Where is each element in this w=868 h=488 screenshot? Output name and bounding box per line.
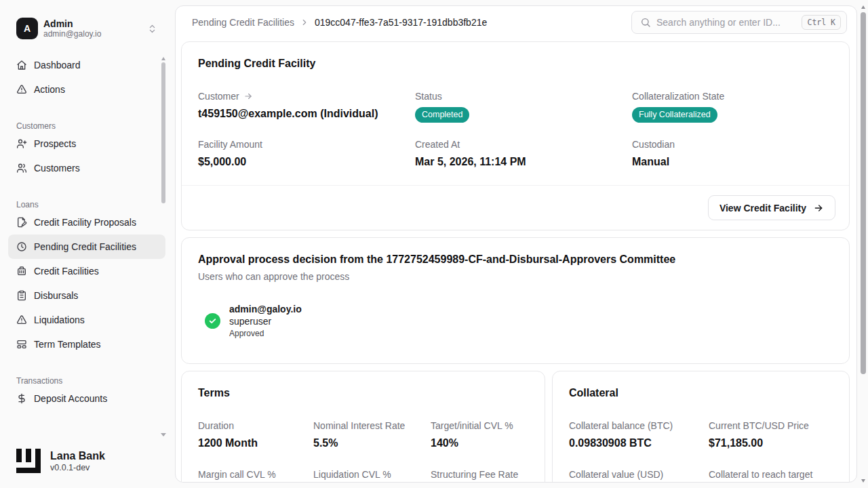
approval-card-subtitle: Users who can approve the process (198, 270, 833, 283)
sidebar-item-label: Credit Facilities (34, 265, 99, 277)
sidebar-item-label: Dashboard (34, 59, 81, 71)
page-scroll-down-arrow[interactable] (861, 479, 865, 483)
sidebar-item-pending-credit-facilities[interactable]: Pending Credit Facilities (8, 235, 165, 259)
sidebar-scroll-down-arrow[interactable] (161, 433, 166, 436)
approval-card-title: Approval process decision from the 17727… (198, 253, 833, 266)
page-scroll-up-arrow[interactable] (861, 5, 865, 9)
field-label: Target/initial CVL % (431, 419, 528, 432)
field-label: Custodian (632, 138, 833, 151)
field-label: Collateral value (USD) (569, 468, 709, 481)
approval-card: Approval process decision from the 17727… (181, 237, 850, 364)
layout-template-icon (16, 339, 27, 350)
file-pen-icon (16, 217, 27, 228)
breadcrumb: Pending Credit Facilities 019cc047-ffe3-… (192, 17, 487, 28)
field-created-at: Created At Mar 5, 2026, 11:14 PM (415, 138, 632, 170)
field-liquidation-cvl: Liquidation CVL % (313, 468, 431, 481)
sidebar-item-label: Disbursals (34, 289, 78, 302)
account-switcher[interactable]: A Admin admin@galoy.io (11, 12, 163, 45)
brand-version: v0.0.1-dev (50, 462, 105, 473)
check-circle-icon (205, 313, 220, 329)
users-icon (16, 163, 27, 174)
field-label: Nominal Interest Rate (313, 419, 431, 432)
clock-icon (16, 241, 27, 252)
alert-triangle-icon (16, 84, 27, 95)
field-label: Collateral to reach target (709, 468, 833, 481)
field-value: 140% (431, 435, 528, 451)
search-shortcut-kbd: Ctrl K (802, 15, 841, 30)
field-label: Margin call CVL % (198, 468, 313, 481)
button-label: View Credit Facility (719, 203, 806, 214)
sidebar-item-credit-facility-proposals[interactable]: Credit Facility Proposals (8, 210, 165, 235)
sidebar-scroll-up-arrow[interactable] (161, 57, 165, 60)
collateral-card: Collateral Collateral balance (BTC) 0.09… (552, 371, 850, 483)
topbar: Pending Credit Facilities 019cc047-ffe3-… (176, 6, 856, 39)
approver-email: admin@galoy.io (229, 303, 302, 315)
field-label: Created At (415, 138, 632, 151)
search-input[interactable] (656, 17, 796, 28)
field-value: 1200 Month (198, 435, 313, 451)
breadcrumb-current: 019cc047-ffe3-7a51-9317-191dbb3fb21e (315, 17, 487, 28)
field-nominal-interest-rate: Nominal Interest Rate 5.5% (313, 419, 431, 451)
collateral-card-title: Collateral (569, 386, 833, 400)
page-scrollbar-thumb[interactable] (861, 12, 866, 374)
profile-email: admin@galoy.io (43, 29, 142, 39)
field-label: Collateralization State (632, 89, 833, 103)
sidebar-item-disbursals[interactable]: Disbursals (8, 283, 165, 308)
sidebar-item-credit-facilities[interactable]: Credit Facilities (8, 259, 165, 283)
profile-text: Admin admin@galoy.io (43, 18, 142, 39)
chevron-right-icon (300, 18, 309, 27)
arrow-right-icon[interactable] (243, 92, 253, 101)
field-target-initial-cvl: Target/initial CVL % 140% (431, 419, 528, 451)
approver-role: superuser (229, 315, 302, 328)
field-label: Status (415, 89, 632, 103)
field-value: Manual (632, 154, 833, 170)
home-icon (16, 60, 27, 70)
field-label: Duration (198, 419, 313, 432)
sidebar: A Admin admin@galoy.io Dashboard Actions… (0, 0, 174, 488)
approver-row: admin@galoy.io superuser Approved (205, 303, 833, 339)
sidebar-item-label: Term Templates (34, 338, 101, 350)
sidebar-item-customers[interactable]: Customers (8, 156, 165, 180)
field-value: Mar 5, 2026, 11:14 PM (415, 154, 632, 170)
view-credit-facility-button[interactable]: View Credit Facility (708, 195, 835, 220)
global-search[interactable]: Ctrl K (631, 11, 847, 34)
field-customer: Customer t459150@example.com (Individual… (198, 89, 415, 123)
lana-bank-logo (16, 449, 41, 473)
terms-card: Terms Duration 1200 Month Nominal Intere… (181, 371, 545, 483)
nav-group-loans: Loans (0, 199, 174, 210)
main-panel: Pending Credit Facilities 019cc047-ffe3-… (175, 5, 857, 483)
sidebar-item-liquidations[interactable]: Liquidations (8, 308, 165, 332)
facility-card: Pending Credit Facility Customer t459150… (181, 41, 850, 230)
field-label: Structuring Fee Rate (431, 468, 528, 481)
approver-status: Approved (229, 328, 302, 339)
field-collateral-to-reach-target: Collateral to reach target (709, 468, 833, 481)
alert-triangle-icon (16, 314, 27, 325)
field-label: Current BTC/USD Price (709, 419, 833, 432)
sidebar-scrollbar-thumb[interactable] (161, 62, 165, 203)
sidebar-item-label: Actions (34, 83, 65, 96)
sidebar-item-prospects[interactable]: Prospects (8, 131, 165, 156)
sidebar-item-label: Liquidations (34, 314, 85, 326)
sidebar-item-dashboard[interactable]: Dashboard (8, 53, 165, 77)
sidebar-item-label: Pending Credit Facilities (34, 241, 136, 253)
breadcrumb-parent[interactable]: Pending Credit Facilities (192, 17, 294, 28)
field-collateral-value-usd: Collateral value (USD) (569, 468, 709, 481)
field-custodian: Custodian Manual (632, 138, 833, 170)
unfold-more-icon (147, 24, 157, 34)
field-label: Facility Amount (198, 138, 415, 151)
collateralization-badge: Fully Collateralized (632, 107, 717, 123)
nav-group-transactions: Transactions (0, 375, 174, 386)
field-label: Liquidation CVL % (313, 468, 431, 481)
sidebar-item-term-templates[interactable]: Term Templates (8, 332, 165, 357)
avatar: A (16, 18, 38, 39)
field-value: $71,185.00 (709, 435, 833, 451)
field-structuring-fee-rate: Structuring Fee Rate (431, 468, 528, 481)
field-duration: Duration 1200 Month (198, 419, 313, 451)
facility-card-title: Pending Credit Facility (198, 57, 833, 70)
field-label: Customer (198, 89, 239, 103)
clipboard-icon (16, 290, 27, 301)
field-status: Status Completed (415, 89, 632, 123)
dollar-icon (16, 393, 27, 404)
sidebar-item-actions[interactable]: Actions (8, 77, 165, 102)
sidebar-item-deposit-accounts[interactable]: Deposit Accounts (8, 386, 165, 411)
